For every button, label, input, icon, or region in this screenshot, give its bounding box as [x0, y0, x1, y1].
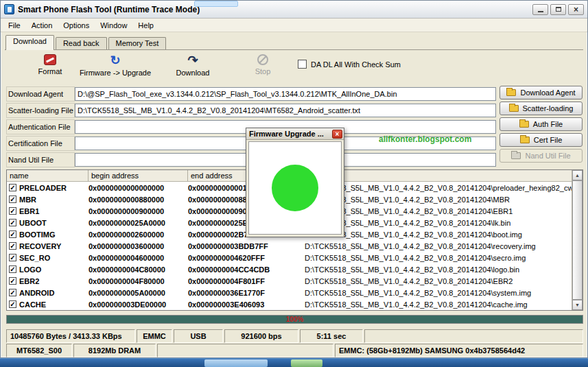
file-location: D:\TCK5518_S5L_MB_V1.0_4.4.2_B2_V0.8_201…	[305, 254, 572, 262]
end-address: 0x0000000004F801FF	[188, 277, 305, 285]
menu-window[interactable]: Window	[95, 19, 132, 32]
firmware-upgrade-dialog: Firmware Upgrade ... ×	[246, 128, 344, 237]
row-checkbox[interactable]	[9, 230, 16, 238]
field-row: Download Agent D:\@SP_Flash_Tool_exe_v3.…	[6, 86, 496, 102]
dialog-close-button[interactable]: ×	[332, 130, 342, 139]
column-header-name: name	[7, 170, 89, 181]
scatter-loading-browse-button[interactable]: Scatter-loading	[499, 102, 583, 115]
menu-help[interactable]: Help	[132, 19, 159, 32]
side-buttons: Download Agent Scatter-loading Auth File…	[499, 86, 583, 165]
table-row[interactable]: LOGO 0x0000000004C80000 0x0000000004CC4C…	[7, 263, 572, 275]
window-controls: ×	[532, 4, 584, 15]
window-title: Smart Phone Flash Tool (Runtime Trace Mo…	[18, 5, 200, 14]
status-bytes: 10485760 Bytes / 3413.33 KBps	[6, 329, 135, 343]
download-icon: ↷	[187, 54, 198, 67]
row-checkbox[interactable]	[9, 277, 16, 285]
da-dl-checksum-checkbox[interactable]: DA DL All With Check Sum	[298, 60, 401, 69]
nand-util-browse-label: Nand Util File	[525, 152, 570, 160]
table-row[interactable]: SEC_RO 0x0000000004600000 0x000000000462…	[7, 252, 572, 263]
status-storage: EMMC	[137, 329, 172, 343]
file-location: D:\TCK5518_S5L_MB_V1.0_4.4.2_B2_V0.8_201…	[305, 219, 572, 227]
table-row[interactable]: RECOVERY 0x0000000003600000 0x0000000003…	[7, 240, 572, 252]
cert-file-browse-button[interactable]: Cert File	[499, 133, 583, 147]
watermark: alifkonter.blogspot.com	[379, 134, 471, 144]
auth-file-browse-button[interactable]: Auth File	[499, 117, 583, 131]
close-icon: ×	[574, 5, 578, 14]
folder-icon	[511, 152, 521, 159]
minimize-icon	[538, 11, 543, 12]
table-row[interactable]: ANDROID 0x0000000005A00000 0x0000000036E…	[7, 287, 572, 298]
dialog-title: Firmware Upgrade ...	[249, 130, 324, 138]
minimize-button[interactable]	[532, 4, 548, 15]
file-location: D:\TCK5518_S5L_MB_V1.0_4.4.2_B2_V0.8_201…	[305, 184, 572, 192]
partition-name: PRELOADER	[19, 184, 67, 192]
cert-file-browse-label: Cert File	[534, 136, 563, 144]
firmware-upgrade-button[interactable]: ↻ Firmware -> Upgrade	[75, 54, 156, 77]
stop-label: Stop	[255, 67, 271, 75]
begin-address: 0x0000000000900000	[89, 207, 188, 215]
format-button[interactable]: Format	[28, 54, 72, 75]
status-spacer	[364, 329, 583, 343]
taskbar	[0, 358, 588, 367]
row-checkbox[interactable]	[9, 300, 16, 308]
status-dram: 8192Mb DRAM	[73, 344, 156, 357]
close-button[interactable]: ×	[568, 4, 584, 15]
tooltip-fragment	[194, 1, 238, 7]
status-spacer	[157, 344, 333, 357]
folder-icon	[520, 137, 530, 143]
begin-address: 0x0000000000000000	[89, 184, 188, 192]
row-checkbox[interactable]	[9, 219, 16, 226]
scatter-file-input[interactable]: D:\TCK5518_S5L_MB_V1.0_4.4.2_B2_V0.8_201…	[75, 104, 496, 117]
tab-download[interactable]: Download	[5, 35, 54, 50]
table-row[interactable]: EBR2 0x0000000004F80000 0x0000000004F801…	[7, 275, 572, 287]
file-location: D:\TCK5518_S5L_MB_V1.0_4.4.2_B2_V0.8_201…	[305, 196, 572, 204]
menu-action[interactable]: Action	[26, 19, 58, 32]
begin-address: 0x0000000002600000	[89, 230, 188, 239]
scroll-down-button[interactable]: ▼	[572, 300, 583, 310]
row-checkbox[interactable]	[9, 184, 16, 191]
download-agent-input[interactable]: D:\@SP_Flash_Tool_exe_v3.1344.0.212\SP_F…	[75, 87, 496, 101]
row-checkbox[interactable]	[9, 207, 16, 215]
status-port: USB	[174, 329, 223, 343]
scroll-up-button[interactable]: ▲	[572, 170, 583, 180]
screen: Smart Phone Flash Tool (Runtime Trace Mo…	[0, 0, 588, 367]
taskbar-app-button[interactable]	[204, 359, 268, 367]
download-label: Download	[176, 69, 210, 77]
row-checkbox[interactable]	[9, 242, 16, 250]
app-icon	[4, 4, 14, 14]
scatter-loading-browse-label: Scatter-loading	[523, 104, 574, 113]
dialog-titlebar: Firmware Upgrade ... ×	[246, 128, 344, 140]
auth-file-browse-label: Auth File	[533, 120, 563, 128]
taskbar-app-button-2[interactable]	[291, 359, 322, 367]
da-dl-checksum-label: DA DL All With Check Sum	[311, 60, 401, 69]
scatter-file-label: Scatter-loading File	[6, 103, 75, 118]
maximize-button[interactable]	[550, 4, 566, 15]
download-button[interactable]: ↷ Download	[164, 54, 222, 77]
scroll-thumb[interactable]	[572, 180, 583, 300]
download-agent-browse-button[interactable]: Download Agent	[499, 86, 583, 99]
progress-label: 100%	[286, 316, 304, 323]
status-bar-2: MT6582_S00 8192Mb DRAM EMMC: (58Gb+8192M…	[6, 344, 583, 357]
tab-memory-test[interactable]: Memory Test	[108, 37, 167, 50]
firmware-upgrade-icon: ↻	[110, 54, 120, 67]
end-address: 0x0000000003BDB7FF	[188, 242, 305, 250]
file-location: D:\TCK5518_S5L_MB_V1.0_4.4.2_B2_V0.8_201…	[305, 289, 572, 297]
maximize-icon	[556, 7, 561, 12]
tab-read-back[interactable]: Read back	[56, 37, 107, 50]
stop-button[interactable]: Stop	[241, 54, 285, 75]
file-location: D:\TCK5518_S5L_MB_V1.0_4.4.2_B2_V0.8_201…	[305, 242, 572, 250]
file-location: D:\TCK5518_S5L_MB_V1.0_4.4.2_B2_V0.8_201…	[305, 207, 572, 215]
status-elapsed-time: 5:11 sec	[300, 329, 363, 343]
row-checkbox[interactable]	[9, 265, 16, 273]
end-address: 0x0000000004CC4CDB	[188, 265, 305, 274]
row-checkbox[interactable]	[9, 196, 16, 203]
table-row[interactable]: CACHE 0x000000003DE00000 0x000000003E406…	[7, 298, 572, 310]
file-location: D:\TCK5518_S5L_MB_V1.0_4.4.2_B2_V0.8_201…	[305, 230, 572, 239]
row-checkbox[interactable]	[9, 289, 16, 296]
nand-util-browse-button: Nand Util File	[499, 149, 583, 163]
menu-options[interactable]: Options	[58, 19, 95, 32]
folder-icon	[509, 105, 519, 112]
partition-name: LOGO	[19, 265, 41, 274]
row-checkbox[interactable]	[9, 254, 16, 261]
menu-file[interactable]: File	[3, 19, 26, 32]
